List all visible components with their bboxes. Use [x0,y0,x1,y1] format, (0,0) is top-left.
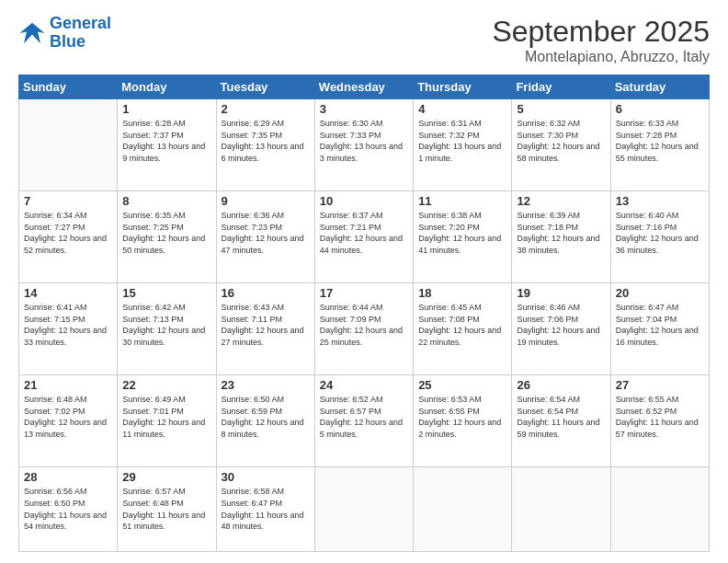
calendar-cell: 24Sunrise: 6:52 AMSunset: 6:57 PMDayligh… [314,375,413,467]
calendar-cell [414,467,512,552]
calendar-week-row: 7Sunrise: 6:34 AMSunset: 7:27 PMDaylight… [19,191,710,283]
day-info: Sunrise: 6:39 AMSunset: 7:18 PMDaylight:… [517,210,605,256]
calendar-cell: 29Sunrise: 6:57 AMSunset: 6:48 PMDayligh… [118,467,216,552]
weekday-header: Thursday [414,75,512,99]
day-number: 9 [222,194,310,208]
svg-marker-0 [20,23,45,44]
location-title: Montelapiano, Abruzzo, Italy [492,49,710,65]
weekday-header: Monday [118,75,216,99]
day-info: Sunrise: 6:54 AMSunset: 6:54 PMDaylight:… [517,394,605,440]
day-number: 12 [517,194,605,208]
header: GeneralBlue September 2025 Montelapiano,… [18,15,710,65]
weekday-header: Saturday [610,75,709,99]
day-number: 27 [616,378,704,392]
calendar-cell: 21Sunrise: 6:48 AMSunset: 7:02 PMDayligh… [19,375,118,467]
calendar-cell: 23Sunrise: 6:50 AMSunset: 6:59 PMDayligh… [216,375,314,467]
calendar-cell: 3Sunrise: 6:30 AMSunset: 7:33 PMDaylight… [314,99,413,191]
day-info: Sunrise: 6:37 AMSunset: 7:21 PMDaylight:… [320,210,408,256]
calendar-week-row: 1Sunrise: 6:28 AMSunset: 7:37 PMDaylight… [19,99,710,191]
day-info: Sunrise: 6:31 AMSunset: 7:32 PMDaylight:… [418,118,506,164]
day-number: 30 [222,470,310,484]
day-info: Sunrise: 6:56 AMSunset: 6:50 PMDaylight:… [24,486,112,532]
calendar-cell: 1Sunrise: 6:28 AMSunset: 7:37 PMDaylight… [118,99,216,191]
weekday-header: Wednesday [314,75,413,99]
day-number: 24 [320,378,408,392]
calendar-cell: 16Sunrise: 6:43 AMSunset: 7:11 PMDayligh… [216,283,314,375]
day-number: 21 [24,378,112,392]
calendar-cell: 25Sunrise: 6:53 AMSunset: 6:55 PMDayligh… [414,375,512,467]
day-number: 22 [122,378,210,392]
day-number: 8 [122,194,210,208]
day-number: 25 [418,378,506,392]
day-number: 14 [24,286,112,300]
day-info: Sunrise: 6:36 AMSunset: 7:23 PMDaylight:… [222,210,310,256]
calendar-cell: 26Sunrise: 6:54 AMSunset: 6:54 PMDayligh… [512,375,610,467]
day-info: Sunrise: 6:53 AMSunset: 6:55 PMDaylight:… [418,394,506,440]
weekday-header: Sunday [19,75,118,99]
calendar-cell: 11Sunrise: 6:38 AMSunset: 7:20 PMDayligh… [414,191,512,283]
day-number: 13 [616,194,704,208]
weekday-header: Tuesday [216,75,314,99]
calendar-cell: 28Sunrise: 6:56 AMSunset: 6:50 PMDayligh… [19,467,118,552]
title-block: September 2025 Montelapiano, Abruzzo, It… [492,15,710,65]
logo-icon [18,19,46,47]
calendar-cell: 27Sunrise: 6:55 AMSunset: 6:52 PMDayligh… [610,375,709,467]
calendar-cell: 6Sunrise: 6:33 AMSunset: 7:28 PMDaylight… [610,99,709,191]
logo-text: GeneralBlue [50,15,111,52]
day-number: 2 [222,102,310,116]
day-number: 23 [222,378,310,392]
day-info: Sunrise: 6:46 AMSunset: 7:06 PMDaylight:… [517,302,605,348]
day-info: Sunrise: 6:52 AMSunset: 6:57 PMDaylight:… [320,394,408,440]
calendar-cell: 17Sunrise: 6:44 AMSunset: 7:09 PMDayligh… [314,283,413,375]
calendar-cell: 5Sunrise: 6:32 AMSunset: 7:30 PMDaylight… [512,99,610,191]
day-number: 4 [418,102,506,116]
day-number: 17 [320,286,408,300]
calendar-week-row: 28Sunrise: 6:56 AMSunset: 6:50 PMDayligh… [19,467,710,552]
day-number: 15 [122,286,210,300]
month-title: September 2025 [492,15,710,49]
day-info: Sunrise: 6:50 AMSunset: 6:59 PMDaylight:… [222,394,310,440]
day-info: Sunrise: 6:34 AMSunset: 7:27 PMDaylight:… [24,210,112,256]
day-number: 7 [24,194,112,208]
day-info: Sunrise: 6:55 AMSunset: 6:52 PMDaylight:… [616,394,704,440]
day-number: 6 [616,102,704,116]
page: GeneralBlue September 2025 Montelapiano,… [0,0,728,563]
day-info: Sunrise: 6:43 AMSunset: 7:11 PMDaylight:… [222,302,310,348]
calendar-cell: 18Sunrise: 6:45 AMSunset: 7:08 PMDayligh… [414,283,512,375]
calendar-cell: 7Sunrise: 6:34 AMSunset: 7:27 PMDaylight… [19,191,118,283]
calendar-cell: 8Sunrise: 6:35 AMSunset: 7:25 PMDaylight… [118,191,216,283]
day-info: Sunrise: 6:29 AMSunset: 7:35 PMDaylight:… [222,118,310,164]
day-info: Sunrise: 6:35 AMSunset: 7:25 PMDaylight:… [122,210,210,256]
calendar-cell: 19Sunrise: 6:46 AMSunset: 7:06 PMDayligh… [512,283,610,375]
day-info: Sunrise: 6:49 AMSunset: 7:01 PMDaylight:… [122,394,210,440]
calendar-cell: 20Sunrise: 6:47 AMSunset: 7:04 PMDayligh… [610,283,709,375]
calendar-cell: 22Sunrise: 6:49 AMSunset: 7:01 PMDayligh… [118,375,216,467]
day-number: 19 [517,286,605,300]
day-number: 3 [320,102,408,116]
calendar-cell [314,467,413,552]
day-info: Sunrise: 6:41 AMSunset: 7:15 PMDaylight:… [24,302,112,348]
day-info: Sunrise: 6:38 AMSunset: 7:20 PMDaylight:… [418,210,506,256]
day-info: Sunrise: 6:40 AMSunset: 7:16 PMDaylight:… [616,210,704,256]
calendar-cell: 15Sunrise: 6:42 AMSunset: 7:13 PMDayligh… [118,283,216,375]
day-info: Sunrise: 6:32 AMSunset: 7:30 PMDaylight:… [517,118,605,164]
day-info: Sunrise: 6:45 AMSunset: 7:08 PMDaylight:… [418,302,506,348]
day-number: 26 [517,378,605,392]
calendar-cell [512,467,610,552]
day-info: Sunrise: 6:57 AMSunset: 6:48 PMDaylight:… [122,486,210,532]
calendar-cell [610,467,709,552]
calendar-cell: 14Sunrise: 6:41 AMSunset: 7:15 PMDayligh… [19,283,118,375]
calendar-week-row: 14Sunrise: 6:41 AMSunset: 7:15 PMDayligh… [19,283,710,375]
calendar-cell: 30Sunrise: 6:58 AMSunset: 6:47 PMDayligh… [216,467,314,552]
day-number: 11 [418,194,506,208]
weekday-header: Friday [512,75,610,99]
day-number: 10 [320,194,408,208]
day-number: 29 [122,470,210,484]
day-info: Sunrise: 6:47 AMSunset: 7:04 PMDaylight:… [616,302,704,348]
day-number: 1 [122,102,210,116]
calendar-cell: 2Sunrise: 6:29 AMSunset: 7:35 PMDaylight… [216,99,314,191]
day-info: Sunrise: 6:33 AMSunset: 7:28 PMDaylight:… [616,118,704,164]
calendar-week-row: 21Sunrise: 6:48 AMSunset: 7:02 PMDayligh… [19,375,710,467]
calendar-cell: 10Sunrise: 6:37 AMSunset: 7:21 PMDayligh… [314,191,413,283]
day-info: Sunrise: 6:48 AMSunset: 7:02 PMDaylight:… [24,394,112,440]
